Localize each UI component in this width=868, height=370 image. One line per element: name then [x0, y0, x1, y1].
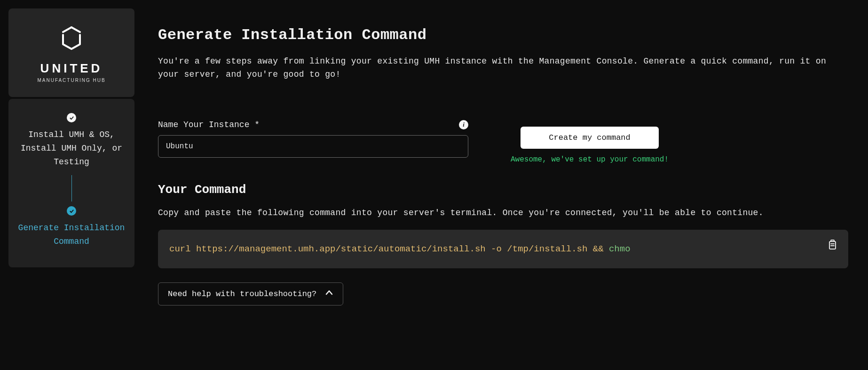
command-section-title: Your Command	[158, 183, 848, 197]
check-circle-icon	[67, 113, 76, 122]
command-extra: chmo	[609, 244, 631, 254]
main-content: Generate Installation Command You're a f…	[134, 0, 868, 370]
logo-hexagon-icon	[61, 26, 82, 51]
info-icon[interactable]: i	[459, 120, 468, 129]
command-text[interactable]: curl https://management.umh.app/static/a…	[169, 244, 815, 254]
troubleshooting-toggle[interactable]: Need help with troubleshooting?	[158, 282, 343, 306]
check-circle-icon	[67, 206, 76, 216]
logo-panel: UNITED MANUFACTURING HUB	[8, 8, 134, 97]
step-label-install[interactable]: Install UMH & OS, Install UMH Only, or T…	[13, 128, 130, 169]
logo-title: UNITED	[40, 61, 103, 76]
copy-clipboard-icon[interactable]	[826, 239, 839, 252]
form-row: Name Your Instance * i Create my command…	[158, 120, 848, 164]
logo-subtitle: MANUFACTURING HUB	[37, 78, 105, 83]
command-box: curl https://management.umh.app/static/a…	[158, 230, 848, 268]
steps-panel: Install UMH & OS, Install UMH Only, or T…	[8, 99, 134, 267]
step-connector	[71, 175, 72, 201]
page-intro: You're a few steps away from linking you…	[158, 55, 848, 81]
sidebar: UNITED MANUFACTURING HUB Install UMH & O…	[8, 8, 134, 370]
command-section-description: Copy and paste the following command int…	[158, 208, 848, 217]
troubleshooting-label: Need help with troubleshooting?	[168, 290, 316, 298]
instance-label: Name Your Instance *	[158, 120, 260, 129]
page-title: Generate Installation Command	[158, 26, 848, 44]
step-label-generate[interactable]: Generate Installation Command	[13, 221, 130, 249]
action-block: Create my command Awesome, we've set up …	[511, 120, 669, 164]
instance-name-input[interactable]	[158, 135, 468, 158]
success-message: Awesome, we've set up your command!	[511, 155, 669, 164]
create-command-button[interactable]: Create my command	[521, 127, 658, 149]
instance-field-block: Name Your Instance * i	[158, 120, 468, 158]
chevron-up-icon	[325, 289, 333, 299]
command-main: curl https://management.umh.app/static/a…	[169, 244, 609, 254]
